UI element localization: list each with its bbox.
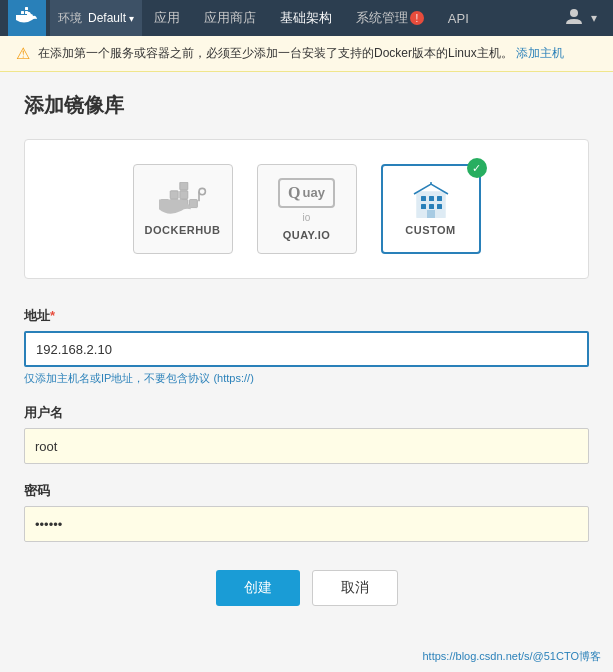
svg-rect-20 — [437, 196, 442, 201]
nav-menu: 应用 应用商店 基础架构 系统管理 ! API — [142, 0, 565, 36]
nav-right: ▾ — [565, 7, 605, 29]
registry-option-dockerhub[interactable]: DockerHub — [133, 164, 233, 254]
main-content: 添加镜像库 DockerHub Q uay — [0, 72, 613, 626]
registry-option-custom[interactable]: ✓ Custom — [381, 164, 481, 254]
environment-selector[interactable]: 环境 Default — [50, 0, 142, 36]
registry-type-selector: DockerHub Q uay io Quay.io ✓ — [24, 139, 589, 279]
custom-label: Custom — [405, 224, 455, 236]
address-required: * — [50, 308, 55, 323]
selected-check-icon: ✓ — [467, 158, 487, 178]
create-button[interactable]: 创建 — [216, 570, 300, 606]
address-hint: 仅添加主机名或IP地址，不要包含协议 (https://) — [24, 371, 589, 386]
nav-infra[interactable]: 基础架构 — [268, 0, 344, 36]
svg-rect-3 — [21, 11, 24, 14]
username-field-group: 用户名 — [24, 404, 589, 464]
password-input[interactable] — [24, 506, 589, 542]
nav-logo[interactable] — [8, 0, 46, 36]
svg-point-7 — [570, 9, 578, 17]
svg-rect-12 — [179, 191, 187, 199]
svg-rect-24 — [427, 210, 435, 218]
sysadmin-badge: ! — [410, 11, 424, 25]
address-input[interactable] — [24, 331, 589, 367]
svg-rect-23 — [437, 204, 442, 209]
top-navigation: 环境 Default 应用 应用商店 基础架构 系统管理 ! API ▾ — [0, 0, 613, 36]
address-field-group: 地址* 仅添加主机名或IP地址，不要包含协议 (https://) — [24, 307, 589, 386]
registry-option-quay[interactable]: Q uay io Quay.io — [257, 164, 357, 254]
env-label: 环境 — [58, 10, 82, 27]
nav-api[interactable]: API — [436, 0, 481, 36]
svg-point-16 — [199, 188, 205, 194]
warning-text: 在添加第一个服务或容器之前，必须至少添加一台安装了支持的Docker版本的Lin… — [38, 45, 564, 62]
user-menu-icon[interactable] — [565, 7, 583, 29]
username-label: 用户名 — [24, 404, 589, 422]
username-input[interactable] — [24, 428, 589, 464]
warning-bar: ⚠ 在添加第一个服务或容器之前，必须至少添加一台安装了支持的Docker版本的L… — [0, 36, 613, 72]
logo-icon — [16, 7, 38, 29]
svg-rect-22 — [429, 204, 434, 209]
nav-appstore[interactable]: 应用商店 — [192, 0, 268, 36]
form-actions: 创建 取消 — [24, 570, 589, 606]
svg-rect-13 — [179, 182, 187, 190]
quay-label: Quay.io — [283, 229, 331, 241]
user-menu-arrow[interactable]: ▾ — [591, 11, 597, 25]
svg-rect-18 — [421, 196, 426, 201]
warning-icon: ⚠ — [16, 44, 30, 63]
address-label: 地址* — [24, 307, 589, 325]
page-title: 添加镜像库 — [24, 92, 589, 119]
svg-rect-5 — [25, 7, 28, 10]
dockerhub-label: DockerHub — [145, 224, 221, 236]
env-name: Default — [88, 11, 134, 25]
footer-watermark: https://blog.csdn.net/s/@51CTO博客 — [415, 645, 610, 668]
svg-rect-21 — [421, 204, 426, 209]
add-host-link[interactable]: 添加主机 — [516, 46, 564, 60]
nav-sysadmin[interactable]: 系统管理 ! — [344, 0, 436, 36]
cancel-button[interactable]: 取消 — [312, 570, 398, 606]
svg-rect-19 — [429, 196, 434, 201]
password-field-group: 密码 — [24, 482, 589, 542]
nav-apps[interactable]: 应用 — [142, 0, 192, 36]
svg-rect-14 — [189, 200, 197, 208]
password-label: 密码 — [24, 482, 589, 500]
svg-rect-11 — [170, 191, 178, 199]
